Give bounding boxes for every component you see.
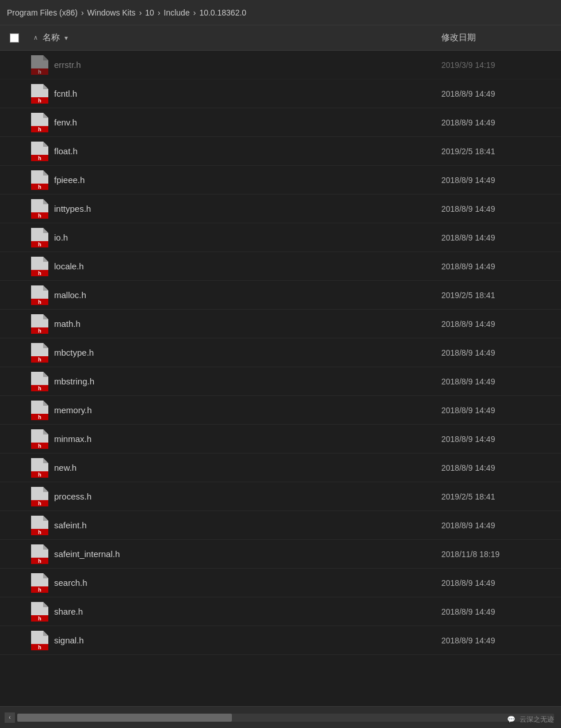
- file-name: safeint.h: [54, 520, 87, 530]
- table-row[interactable]: h memory.h2018/8/9 14:49: [0, 396, 561, 425]
- svg-text:h: h: [38, 98, 41, 104]
- table-row[interactable]: h safeint_internal.h2018/11/8 18:19: [0, 540, 561, 569]
- file-name: fenv.h: [54, 117, 77, 127]
- svg-marker-29: [43, 257, 48, 262]
- scroll-track[interactable]: [17, 714, 554, 722]
- file-date: 2019/2/5 18:41: [434, 147, 561, 156]
- file-name: errstr.h: [54, 60, 81, 70]
- svg-marker-13: [43, 142, 48, 147]
- h-file-icon: h: [31, 631, 48, 650]
- file-icon-name-cell: h mbstring.h: [29, 372, 434, 391]
- h-file-icon: h: [31, 199, 48, 219]
- scroll-thumb[interactable]: [17, 714, 232, 722]
- breadcrumb-part-4[interactable]: Include: [164, 8, 190, 17]
- h-file-icon: h: [31, 314, 48, 334]
- file-icon-name-cell: h signal.h: [29, 631, 434, 650]
- table-row[interactable]: h process.h2019/2/5 18:41: [0, 482, 561, 511]
- svg-text:h: h: [38, 328, 41, 334]
- file-name: math.h: [54, 319, 81, 329]
- table-row[interactable]: h minmax.h2018/8/9 14:49: [0, 425, 561, 453]
- file-date: 2018/8/9 14:49: [434, 118, 561, 127]
- file-name: signal.h: [54, 635, 84, 645]
- file-icon-name-cell: h process.h: [29, 487, 434, 506]
- svg-marker-17: [43, 170, 48, 176]
- date-column-header[interactable]: 修改日期: [434, 32, 561, 43]
- file-icon-name-cell: h share.h: [29, 602, 434, 622]
- file-date: 2019/2/5 18:41: [434, 291, 561, 300]
- table-row[interactable]: h malloc.h2019/2/5 18:41: [0, 281, 561, 310]
- breadcrumb-part-5[interactable]: 10.0.18362.0: [199, 8, 246, 17]
- table-row[interactable]: h safeint.h2018/8/9 14:49: [0, 511, 561, 540]
- file-list: h errstr.h2019/3/9 14:19 h fcntl.h2018/8…: [0, 51, 561, 706]
- dropdown-arrow-icon[interactable]: ▾: [64, 34, 68, 42]
- svg-text:h: h: [38, 127, 41, 132]
- file-name: search.h: [54, 578, 87, 588]
- name-column-header[interactable]: ∧ 名称 ▾: [29, 32, 434, 43]
- horizontal-scrollbar[interactable]: ‹ 💬 云深之无迹: [0, 706, 561, 728]
- file-name: mbstring.h: [54, 376, 94, 386]
- svg-text:h: h: [38, 558, 41, 564]
- svg-marker-25: [43, 228, 48, 233]
- svg-text:h: h: [38, 213, 41, 219]
- file-name: locale.h: [54, 261, 84, 271]
- svg-marker-65: [43, 516, 48, 521]
- file-name: safeint_internal.h: [54, 549, 120, 559]
- svg-marker-69: [43, 544, 48, 550]
- svg-marker-21: [43, 199, 48, 204]
- file-date: 2018/8/9 14:49: [434, 176, 561, 185]
- select-all-checkbox-cell[interactable]: [0, 33, 29, 43]
- svg-marker-1: [43, 55, 48, 60]
- h-file-icon: h: [31, 429, 48, 449]
- table-row[interactable]: h float.h2019/2/5 18:41: [0, 137, 561, 166]
- svg-marker-57: [43, 458, 48, 463]
- file-name: inttypes.h: [54, 204, 91, 214]
- table-row[interactable]: h locale.h2018/8/9 14:49: [0, 252, 561, 281]
- file-name: fpieee.h: [54, 175, 85, 185]
- scroll-left-button[interactable]: ‹: [5, 712, 15, 723]
- file-icon-name-cell: h malloc.h: [29, 285, 434, 305]
- h-file-icon: h: [31, 458, 48, 478]
- select-all-checkbox[interactable]: [10, 33, 19, 43]
- table-row[interactable]: h math.h2018/8/9 14:49: [0, 310, 561, 338]
- svg-text:h: h: [38, 616, 41, 622]
- table-row[interactable]: h mbstring.h2018/8/9 14:49: [0, 367, 561, 396]
- svg-marker-41: [43, 343, 48, 348]
- breadcrumb-part-3[interactable]: 10: [145, 8, 154, 17]
- svg-text:h: h: [38, 443, 41, 449]
- breadcrumb-sep-1: ›: [81, 8, 84, 17]
- file-date: 2018/8/9 14:49: [434, 463, 561, 472]
- file-icon-name-cell: h safeint.h: [29, 516, 434, 535]
- breadcrumb-part-2[interactable]: Windows Kits: [87, 8, 136, 17]
- table-row[interactable]: h fpieee.h2018/8/9 14:49: [0, 166, 561, 195]
- file-date: 2018/8/9 14:49: [434, 319, 561, 329]
- file-icon-name-cell: h io.h: [29, 228, 434, 247]
- table-row[interactable]: h fenv.h2018/8/9 14:49: [0, 108, 561, 137]
- svg-marker-61: [43, 487, 48, 492]
- svg-text:h: h: [38, 587, 41, 593]
- table-row[interactable]: h search.h2018/8/9 14:49: [0, 569, 561, 597]
- svg-marker-77: [43, 602, 48, 607]
- h-file-icon: h: [31, 602, 48, 622]
- svg-marker-33: [43, 285, 48, 291]
- file-date: 2018/8/9 14:49: [434, 89, 561, 98]
- table-row[interactable]: h share.h2018/8/9 14:49: [0, 597, 561, 626]
- table-row[interactable]: h io.h2018/8/9 14:49: [0, 223, 561, 252]
- table-row[interactable]: h errstr.h2019/3/9 14:19: [0, 51, 561, 79]
- breadcrumb-sep-2: ›: [139, 8, 142, 17]
- file-name: float.h: [54, 146, 78, 156]
- table-row[interactable]: h inttypes.h2018/8/9 14:49: [0, 195, 561, 223]
- table-row[interactable]: h signal.h2018/8/9 14:49: [0, 626, 561, 655]
- table-row[interactable]: h fcntl.h2018/8/9 14:49: [0, 79, 561, 108]
- sort-arrow-icon: ∧: [33, 34, 38, 41]
- file-icon-name-cell: h minmax.h: [29, 429, 434, 449]
- table-row[interactable]: h new.h2018/8/9 14:49: [0, 453, 561, 482]
- file-date: 2018/8/9 14:49: [434, 406, 561, 415]
- table-row[interactable]: h mbctype.h2018/8/9 14:49: [0, 338, 561, 367]
- svg-marker-9: [43, 113, 48, 118]
- file-date: 2019/3/9 14:19: [434, 60, 561, 70]
- file-date: 2018/8/9 14:49: [434, 377, 561, 386]
- file-icon-name-cell: h inttypes.h: [29, 199, 434, 219]
- breadcrumb-part-1[interactable]: Program Files (x86): [7, 8, 78, 17]
- h-file-icon: h: [31, 372, 48, 391]
- h-file-icon: h: [31, 142, 48, 161]
